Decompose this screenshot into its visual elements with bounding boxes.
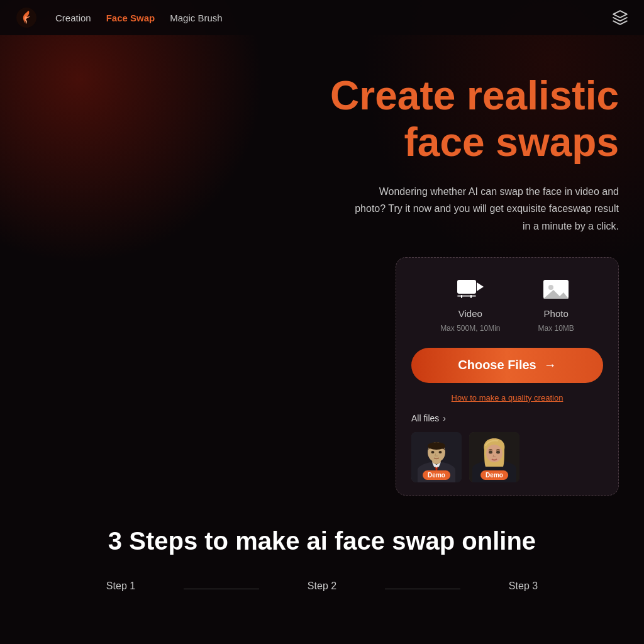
svg-point-20: [496, 450, 500, 453]
video-icon-wrap: [454, 275, 487, 303]
svg-rect-5: [470, 295, 472, 298]
choose-files-button[interactable]: Choose Files →: [411, 348, 603, 383]
header: Creation Face Swap Magic Brush: [0, 0, 644, 35]
svg-point-12: [428, 442, 445, 450]
demo-thumb-female[interactable]: Demo: [469, 432, 519, 482]
demo-badge-female: Demo: [480, 470, 508, 480]
steps-row: Step 1 Step 2 Step 3: [25, 580, 619, 592]
step-item-1: Step 1: [58, 580, 184, 592]
step-1-label: Step 1: [106, 580, 135, 592]
logo-icon: [15, 6, 38, 29]
hero-title-line1: Create realistic: [330, 73, 619, 118]
demo-badge-male: Demo: [423, 470, 450, 480]
how-to-anchor[interactable]: How to make a quality creation: [452, 393, 564, 402]
svg-point-14: [439, 451, 442, 453]
nav-item-creation[interactable]: Creation: [55, 13, 91, 23]
svg-rect-4: [461, 295, 462, 298]
step-2-label: Step 2: [308, 580, 336, 592]
layers-svg-icon: [612, 9, 628, 26]
step-divider-1: [184, 589, 259, 589]
nav-item-face-swap[interactable]: Face Swap: [106, 13, 155, 23]
arrow-right-icon: →: [544, 358, 557, 372]
file-type-video[interactable]: Video Max 500M, 10Min: [440, 275, 500, 333]
main-content: Create realistic face swaps Wondering wh…: [0, 35, 644, 496]
all-files-row[interactable]: All files ›: [411, 413, 603, 423]
left-panel: [25, 73, 264, 496]
svg-marker-2: [477, 282, 484, 291]
file-types-row: Video Max 500M, 10Min Photo Max 10MB: [411, 275, 603, 333]
steps-title: 3 Steps to make ai face swap online: [25, 527, 619, 555]
demo-thumb-male[interactable]: Demo: [411, 432, 462, 482]
steps-section: 3 Steps to make ai face swap online Step…: [0, 496, 644, 592]
photo-label: Photo: [544, 308, 569, 319]
svg-point-19: [489, 450, 492, 453]
video-icon: [457, 277, 484, 301]
svg-rect-3: [457, 295, 476, 297]
step-3-label: Step 3: [509, 580, 538, 592]
logo[interactable]: [15, 6, 38, 29]
file-type-photo[interactable]: Photo Max 10MB: [538, 275, 574, 333]
photo-icon-wrap: [540, 275, 572, 303]
demo-thumbnails: Demo: [411, 432, 603, 482]
photo-icon: [542, 277, 570, 301]
hero-subtitle: Wondering whether AI can swap the face i…: [355, 183, 619, 235]
all-files-label: All files: [411, 413, 439, 423]
right-panel: Create realistic face swaps Wondering wh…: [264, 73, 619, 496]
all-files-chevron-icon: ›: [443, 413, 446, 423]
video-label: Video: [458, 308, 482, 319]
photo-limit: Max 10MB: [538, 324, 574, 333]
upload-card: Video Max 500M, 10Min Photo Max 10MB: [396, 257, 619, 496]
hero-title-line2: face swaps: [404, 119, 619, 165]
step-item-3: Step 3: [460, 580, 586, 592]
nav-item-magic-brush[interactable]: Magic Brush: [170, 13, 222, 23]
svg-point-13: [431, 451, 435, 453]
video-limit: Max 500M, 10Min: [440, 324, 500, 333]
svg-rect-1: [457, 280, 476, 294]
step-divider-2: [385, 589, 460, 589]
svg-point-7: [548, 285, 553, 290]
hero-title: Create realistic face swaps: [330, 73, 619, 165]
layers-icon-button[interactable]: [611, 9, 629, 26]
step-item-2: Step 2: [259, 580, 385, 592]
nav-links: Creation Face Swap Magic Brush: [55, 13, 223, 23]
choose-files-label: Choose Files: [458, 358, 536, 372]
how-to-link: How to make a quality creation: [411, 392, 603, 403]
